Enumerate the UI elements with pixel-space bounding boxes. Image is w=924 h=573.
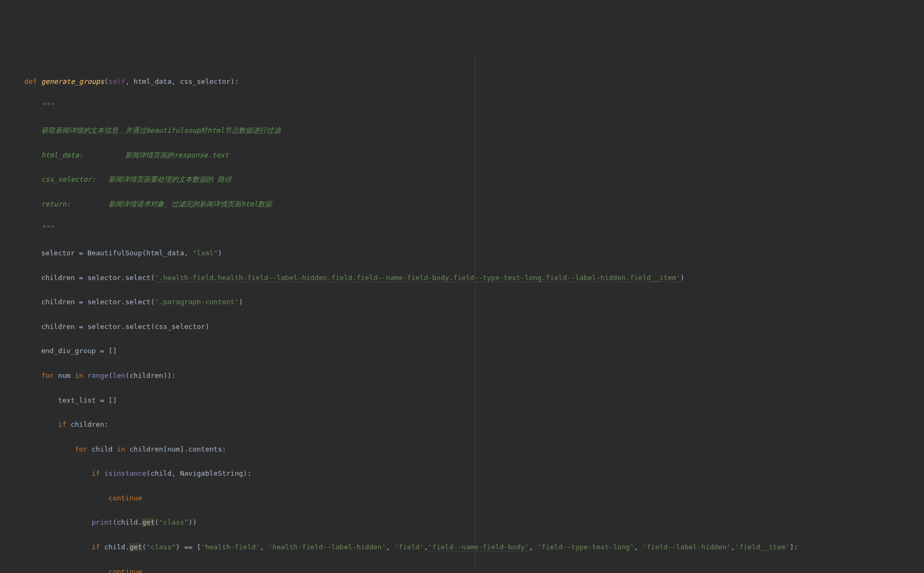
code-line[interactable]: children = selector.select('.paragraph-c… [8,296,924,309]
docstring-key: css_selector: [41,175,96,183]
code-line[interactable]: selector = BeautifulSoup(html_data, "lxm… [8,247,924,260]
code-line[interactable]: """ [8,100,924,112]
highlighted-get: get [129,543,142,551]
code-line[interactable]: end_div_group = [] [8,345,924,357]
highlighted-get: get [142,518,154,526]
docstring-text: 获取新闻详情的文本信息，并通过beautifulsoup对html节点数据进行过… [41,126,280,134]
docstring-quote: """ [41,224,54,232]
code-line[interactable]: if children: [8,419,924,431]
code-line[interactable]: children = selector.select(css_selector) [8,321,924,333]
keyword-def: def [24,77,37,85]
code-editor[interactable]: def generate_groups(self, html_data, css… [0,51,924,573]
function-name: generate_groups [41,77,104,85]
code-line[interactable]: for child in children[num].contents: [8,443,924,456]
docstring-key: html_data: [41,151,83,159]
code-line[interactable]: if child.get("class") == ['health-field'… [8,541,924,554]
code-line[interactable]: for num in range(len(children)): [8,370,924,382]
code-line[interactable]: continue [8,492,924,505]
code-line[interactable]: continue [8,566,924,573]
code-line[interactable]: children = selector.select('.health-fiel… [8,272,924,284]
docstring-key: return: [41,200,71,208]
docstring-quote: """ [41,102,54,110]
code-line[interactable]: def generate_groups(self, html_data, css… [8,76,924,88]
code-line[interactable]: html_data: 新闻详情页面的response.text [8,149,924,162]
code-line[interactable]: text_list = [] [8,395,924,407]
self-param: self [109,77,125,85]
code-line[interactable]: if isinstance(child, NavigableString): [8,468,924,480]
css-selector-string: '.health-field.health-field--label-hidde… [155,274,680,282]
code-line[interactable]: 获取新闻详情的文本信息，并通过beautifulsoup对html节点数据进行过… [8,125,924,137]
code-line[interactable]: return: 新闻详情请求对象、过滤完的新闻详情页面html数据 [8,198,924,211]
code-line[interactable]: """ [8,223,924,235]
code-line[interactable]: css_selector: 新闻详情页面要处理的文本数据的 路径 [8,174,924,186]
code-line[interactable]: print(child.get("class")) [8,517,924,529]
